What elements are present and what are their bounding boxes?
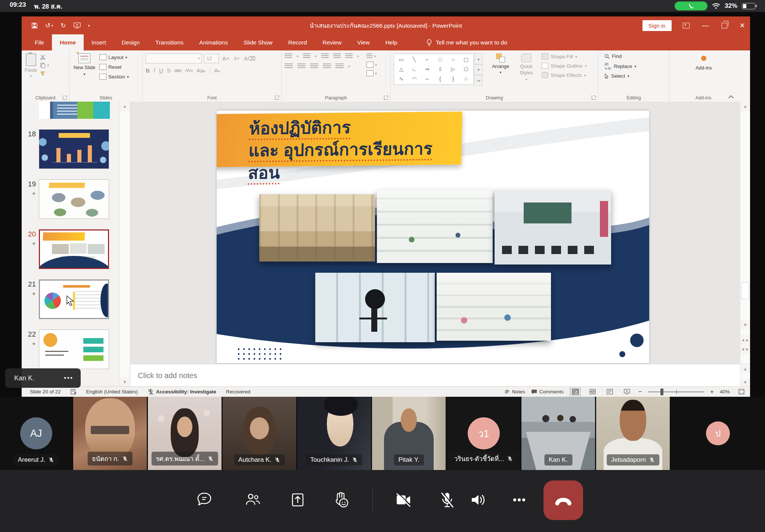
align-left-icon[interactable] bbox=[285, 64, 293, 69]
decrease-indent-icon[interactable] bbox=[321, 53, 329, 59]
participant-tile[interactable]: Jetsadaporn bbox=[596, 397, 670, 470]
convert-smartart-icon[interactable]: ▾ bbox=[366, 70, 377, 76]
change-case-button[interactable]: Aa▾ bbox=[196, 67, 205, 74]
addins-button[interactable]: Add-ins bbox=[672, 53, 735, 71]
thumbnail-scrollbar[interactable]: ▲ ▼ bbox=[120, 102, 130, 387]
menu-tab[interactable]: Insert bbox=[84, 34, 114, 50]
shape-glyph[interactable]: ⬠ bbox=[464, 66, 468, 72]
font-size-box[interactable]: 12 bbox=[204, 54, 219, 63]
shape-glyph[interactable]: ∿ bbox=[399, 76, 403, 82]
new-slide-button[interactable]: New Slide ▾ bbox=[72, 53, 96, 80]
slide-thumbnail[interactable]: 22 ★ bbox=[22, 330, 120, 369]
restore-button[interactable] bbox=[722, 23, 727, 28]
tell-me-box[interactable]: Tell me what you want to do bbox=[426, 34, 507, 50]
gallery-up-icon[interactable]: ▲ bbox=[474, 53, 483, 64]
find-button[interactable]: Find bbox=[604, 53, 667, 59]
layout-button[interactable]: Layout▾ bbox=[99, 54, 129, 60]
menu-tab[interactable]: File bbox=[27, 34, 52, 50]
menu-tab[interactable]: Help bbox=[378, 34, 405, 50]
align-center-icon[interactable] bbox=[297, 64, 306, 69]
participant-tile[interactable]: AJ Areerut J. bbox=[0, 397, 72, 470]
shrink-font-icon[interactable]: A˅ bbox=[233, 56, 241, 61]
shape-glyph[interactable]: } bbox=[452, 76, 454, 82]
slide-thumbnail-image[interactable] bbox=[39, 129, 109, 169]
reset-button[interactable]: Reset bbox=[99, 64, 129, 70]
scroll-down-icon[interactable]: ▼ bbox=[740, 378, 750, 386]
justify-icon[interactable] bbox=[323, 64, 331, 69]
shape-glyph[interactable]: ▢ bbox=[464, 56, 468, 62]
text-direction-icon[interactable]: ▾ bbox=[366, 53, 377, 59]
shape-glyph[interactable]: ∼ bbox=[425, 76, 430, 82]
grow-font-icon[interactable]: A˄ bbox=[221, 55, 230, 62]
zoom-in-button[interactable]: + bbox=[710, 388, 714, 396]
arrange-button[interactable]: Arrange ▾ bbox=[486, 53, 515, 74]
drawing-dialog-launcher[interactable] bbox=[592, 95, 596, 100]
undo-icon[interactable]: ↺▾ bbox=[45, 22, 53, 30]
menu-tab[interactable]: View bbox=[349, 34, 377, 50]
shape-glyph[interactable]: ▷ bbox=[451, 66, 455, 72]
presenter-more-button[interactable]: ••• bbox=[64, 374, 73, 382]
more-icon[interactable] bbox=[509, 489, 530, 510]
next-slide-icon[interactable]: ▼▼ bbox=[740, 345, 750, 354]
ribbon-display-options-icon[interactable] bbox=[683, 23, 690, 28]
font-color-button[interactable]: A▾ bbox=[214, 67, 220, 74]
share-screen-icon[interactable] bbox=[287, 489, 308, 510]
slide-editor[interactable]: ห้องปฏิบัติการ และ อุปกรณ์การเรียนการสอน bbox=[217, 111, 649, 363]
shape-glyph[interactable]: { bbox=[439, 76, 441, 82]
previous-slide-icon[interactable]: ▲▲ bbox=[740, 335, 750, 344]
close-button[interactable]: × bbox=[740, 21, 745, 31]
shape-outline-button[interactable]: Shape Outline▾ bbox=[542, 63, 587, 69]
participant-tile[interactable]: Pitak Y. bbox=[372, 397, 446, 470]
shape-glyph[interactable]: ☆ bbox=[464, 76, 468, 82]
shape-glyph[interactable]: ◠ bbox=[412, 76, 416, 82]
slideshow-view-button[interactable] bbox=[621, 387, 632, 396]
zoom-slider[interactable] bbox=[648, 392, 704, 392]
line-spacing-icon[interactable] bbox=[345, 53, 353, 59]
shape-glyph[interactable]: ⇩ bbox=[438, 66, 442, 72]
collapse-ribbon-icon[interactable] bbox=[728, 95, 734, 99]
participant-tile[interactable]: Kan K. bbox=[521, 397, 595, 470]
quick-styles-button[interactable]: Quick Styles ▾ bbox=[515, 53, 538, 81]
slide-sorter-view-button[interactable] bbox=[587, 387, 598, 396]
save-icon[interactable] bbox=[31, 22, 38, 29]
shape-glyph[interactable]: ⌐ bbox=[426, 56, 429, 62]
gallery-more-icon[interactable]: ≡▾ bbox=[474, 75, 483, 86]
participant-tile[interactable]: ป bbox=[671, 397, 765, 470]
paste-button[interactable]: Paste ▾ bbox=[25, 53, 37, 78]
notes-toggle[interactable]: Notes bbox=[504, 389, 525, 395]
columns-icon[interactable] bbox=[335, 64, 344, 69]
shape-glyph[interactable]: ○ bbox=[452, 56, 455, 62]
menu-tab[interactable]: Design bbox=[114, 34, 148, 50]
canvas-scrollbar[interactable]: ▲ ▼ ▲▲ ▼▼ bbox=[740, 102, 750, 364]
slide-thumbnail-image[interactable] bbox=[39, 179, 109, 219]
participant-tile[interactable]: ธนัตถา ก. bbox=[73, 397, 147, 470]
reactions-icon[interactable] bbox=[331, 489, 351, 510]
font-dialog-launcher[interactable] bbox=[275, 95, 279, 100]
end-call-button[interactable] bbox=[543, 480, 583, 520]
menu-tab[interactable]: Review bbox=[315, 34, 350, 50]
zoom-percent[interactable]: 40% bbox=[720, 389, 730, 395]
comments-toggle[interactable]: Comments bbox=[531, 389, 564, 395]
italic-button[interactable]: I bbox=[154, 67, 155, 74]
section-button[interactable]: Section▾ bbox=[99, 74, 129, 80]
shape-glyph[interactable]: ⇒ bbox=[425, 66, 430, 72]
slide-thumbnail-image[interactable] bbox=[39, 229, 109, 269]
underline-button[interactable]: U bbox=[159, 67, 163, 74]
scroll-down-icon[interactable]: ▼ bbox=[120, 377, 130, 387]
participant-tile[interactable]: Touchkanin J. bbox=[297, 397, 371, 470]
minimize-button[interactable]: — bbox=[702, 22, 709, 30]
participant-tile[interactable]: รศ.ดร.พฌณา ตั้... bbox=[148, 397, 222, 470]
bullets-icon[interactable] bbox=[285, 53, 292, 59]
menu-tab[interactable]: Transitions bbox=[148, 34, 191, 50]
gallery-down-icon[interactable]: ▼ bbox=[474, 64, 483, 75]
shape-glyph[interactable]: ∟ bbox=[412, 66, 417, 72]
numbering-icon[interactable] bbox=[303, 53, 310, 59]
paragraph-dialog-launcher[interactable] bbox=[384, 95, 388, 100]
zoom-slider-thumb[interactable] bbox=[660, 389, 663, 395]
language-indicator[interactable]: English (United States) bbox=[86, 389, 138, 395]
slide-thumbnail[interactable]: 18 bbox=[22, 129, 120, 169]
copy-icon[interactable]: ▾ bbox=[40, 62, 49, 68]
sign-in-button[interactable]: Sign in bbox=[642, 20, 672, 31]
redo-icon[interactable]: ↻ bbox=[61, 22, 66, 30]
shape-fill-button[interactable]: Shape Fill▾ bbox=[542, 53, 587, 59]
